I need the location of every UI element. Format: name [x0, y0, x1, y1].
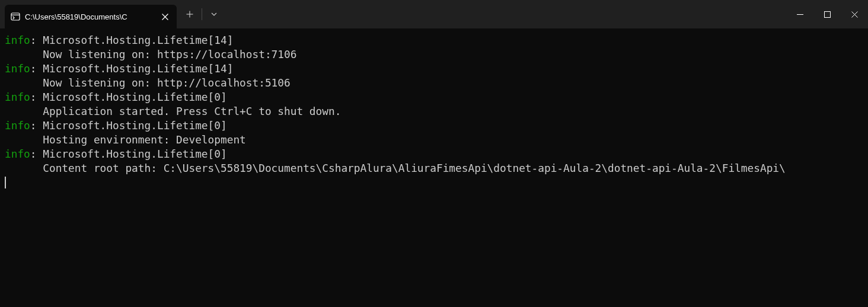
tab-close-button[interactable] [159, 11, 171, 23]
svg-rect-7 [824, 11, 830, 17]
tab-actions [177, 0, 225, 28]
prompt-line [5, 175, 863, 190]
log-line: info: Microsoft.Hosting.Lifetime[0] [5, 147, 863, 161]
divider [202, 8, 202, 20]
log-line: info: Microsoft.Hosting.Lifetime[0] [5, 90, 863, 104]
log-level: info [5, 62, 30, 75]
terminal-output[interactable]: info: Microsoft.Hosting.Lifetime[14] Now… [0, 28, 868, 194]
log-category: : Microsoft.Hosting.Lifetime[14] [30, 62, 234, 75]
window-close-button[interactable] [841, 0, 868, 28]
log-line: info: Microsoft.Hosting.Lifetime[14] [5, 33, 863, 47]
plus-icon [186, 11, 193, 18]
log-message-line: Application started. Press Ctrl+C to shu… [5, 104, 863, 119]
log-category: : Microsoft.Hosting.Lifetime[14] [30, 34, 234, 46]
titlebar: C:\Users\55819\Documents\C [0, 0, 868, 28]
log-level: info [5, 148, 30, 160]
minimize-button[interactable] [786, 0, 813, 28]
log-category: : Microsoft.Hosting.Lifetime[0] [30, 119, 227, 132]
log-message-line: Now listening on: http://localhost:5106 [5, 76, 863, 90]
cursor [5, 177, 6, 188]
chevron-down-icon [210, 11, 218, 18]
minimize-icon [797, 11, 803, 18]
log-message-line: Content root path: C:\Users\55819\Docume… [5, 161, 863, 175]
tab-title: C:\Users\55819\Documents\C [25, 12, 154, 21]
maximize-button[interactable] [813, 0, 841, 28]
close-icon [851, 11, 858, 18]
titlebar-drag-region[interactable] [225, 0, 786, 28]
tab-strip: C:\Users\55819\Documents\C [0, 0, 177, 28]
log-level: info [5, 34, 30, 46]
active-tab[interactable]: C:\Users\55819\Documents\C [5, 5, 177, 28]
maximize-icon [824, 11, 831, 18]
log-level: info [5, 119, 30, 132]
log-line: info: Microsoft.Hosting.Lifetime[14] [5, 62, 863, 76]
window-controls [786, 0, 868, 28]
log-message-line: Now listening on: https://localhost:7106 [5, 47, 863, 62]
log-category: : Microsoft.Hosting.Lifetime[0] [30, 148, 227, 160]
svg-rect-0 [11, 13, 20, 20]
terminal-icon [11, 12, 20, 21]
tab-dropdown-button[interactable] [203, 4, 225, 25]
log-category: : Microsoft.Hosting.Lifetime[0] [30, 91, 227, 103]
log-line: info: Microsoft.Hosting.Lifetime[0] [5, 119, 863, 133]
log-level: info [5, 91, 30, 103]
new-tab-button[interactable] [179, 4, 200, 25]
log-message-line: Hosting environment: Development [5, 133, 863, 147]
close-icon [162, 14, 168, 20]
